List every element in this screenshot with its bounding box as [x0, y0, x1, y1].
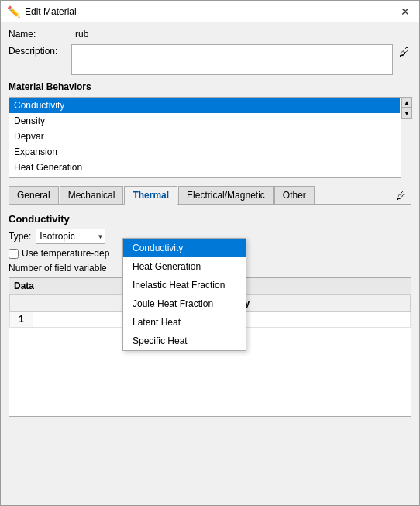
behavior-depvar[interactable]: Depvar — [9, 129, 400, 144]
dropdown-item-heat-generation[interactable]: Heat Generation — [123, 257, 246, 276]
description-row: Description: 🖊 — [9, 44, 411, 75]
tab-edit-icon[interactable]: 🖊 — [391, 187, 411, 204]
behavior-conductivity[interactable]: Conductivity — [9, 98, 400, 113]
type-select-wrapper: Isotropic Orthotropic Anisotropic ▼ — [36, 229, 105, 244]
type-select[interactable]: Isotropic Orthotropic Anisotropic — [36, 229, 105, 244]
edit-material-window: ✏️ Edit Material ✕ Name: rub Description… — [0, 0, 420, 506]
field-var-label: Number of field variable — [9, 263, 107, 274]
row-num-header — [10, 295, 33, 312]
type-label: Type: — [9, 231, 31, 242]
tab-bar: General Mechanical Thermal Electrical/Ma… — [9, 186, 411, 205]
sub-section-title: Conductivity — [9, 213, 411, 225]
tab-electrical-magnetic[interactable]: Electrical/Magnetic — [178, 186, 274, 204]
behavior-expansion[interactable]: Expansion — [9, 144, 400, 160]
tab-other[interactable]: Other — [274, 186, 315, 204]
description-edit-icon[interactable]: 🖊 — [398, 44, 411, 60]
title-bar: ✏️ Edit Material ✕ — [1, 1, 419, 22]
thermal-dropdown-menu: Conductivity Heat Generation Inelastic H… — [122, 238, 246, 351]
behavior-heat-generation[interactable]: Heat Generation — [9, 160, 400, 175]
name-value: rub — [75, 29, 88, 40]
tab-thermal[interactable]: Thermal — [124, 186, 177, 205]
dropdown-item-specific-heat[interactable]: Specific Heat — [123, 332, 246, 350]
behaviors-list: Conductivity Density Depvar Expansion He… — [9, 97, 411, 178]
dropdown-item-inelastic-heat-fraction[interactable]: Inelastic Heat Fraction — [123, 276, 246, 294]
main-content: Name: rub Description: 🖊 Material Behavi… — [1, 22, 419, 505]
name-row: Name: rub — [9, 29, 411, 40]
name-label: Name: — [9, 29, 71, 40]
dropdown-item-conductivity[interactable]: Conductivity — [123, 239, 246, 257]
close-button[interactable]: ✕ — [398, 5, 413, 19]
behavior-density[interactable]: Density — [9, 113, 400, 129]
dropdown-item-latent-heat[interactable]: Latent Heat — [123, 313, 246, 332]
behaviors-container: Conductivity Density Depvar Expansion He… — [9, 97, 411, 178]
window-title: Edit Material — [25, 6, 77, 17]
title-bar-left: ✏️ Edit Material — [7, 5, 77, 18]
tab-general[interactable]: General — [9, 186, 59, 204]
material-behaviors-title: Material Behaviors — [9, 81, 411, 92]
description-input[interactable] — [71, 44, 393, 75]
scrollbar-up-button[interactable]: ▲ — [401, 97, 412, 108]
row-number-1: 1 — [10, 312, 33, 328]
scrollbar-down-button[interactable]: ▼ — [401, 108, 412, 119]
tab-mechanical[interactable]: Mechanical — [60, 186, 124, 204]
behaviors-scrollbar: ▲ ▼ — [401, 97, 411, 178]
description-label: Description: — [9, 44, 67, 57]
dropdown-item-joule-heat-fraction[interactable]: Joule Heat Fraction — [123, 294, 246, 313]
window-icon: ✏️ — [7, 5, 20, 18]
temperature-dep-label: Use temperature-dep — [22, 248, 109, 259]
temperature-dep-checkbox[interactable] — [9, 249, 19, 259]
